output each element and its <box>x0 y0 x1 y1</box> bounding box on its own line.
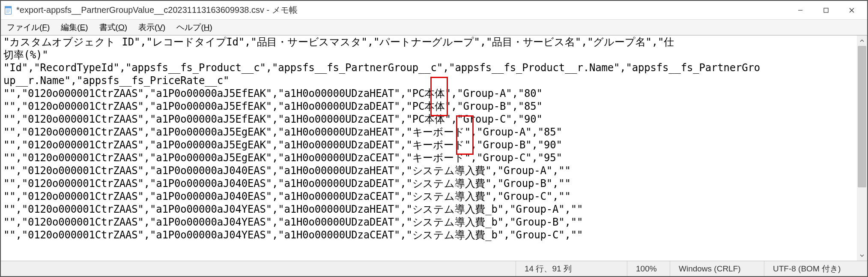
editor-area: "カスタムオブジェクト ID","レコードタイプId","品目・サービスマスタ"… <box>1 35 867 261</box>
text-content[interactable]: "カスタムオブジェクト ID","レコードタイプId","品目・サービスマスタ"… <box>1 36 857 261</box>
menu-view[interactable]: 表示(V) <box>136 21 168 34</box>
vertical-scrollbar[interactable] <box>857 36 867 261</box>
menu-format[interactable]: 書式(O) <box>97 21 130 34</box>
status-eol: Windows (CRLF) <box>670 261 764 276</box>
scroll-track[interactable] <box>857 46 867 250</box>
window-controls <box>787 1 865 19</box>
scroll-up-button[interactable] <box>857 36 867 46</box>
status-encoding: UTF-8 (BOM 付き) <box>764 261 867 276</box>
svg-rect-1 <box>5 6 12 8</box>
status-spacer <box>1 261 516 276</box>
notepad-window: *export-appsfs__PartnerGroupValue__c2023… <box>0 0 868 277</box>
svg-rect-6 <box>824 8 828 12</box>
titlebar[interactable]: *export-appsfs__PartnerGroupValue__c2023… <box>1 1 867 20</box>
menu-file[interactable]: ファイル(F) <box>4 21 52 34</box>
statusbar: 14 行、91 列 100% Windows (CRLF) UTF-8 (BOM… <box>1 261 867 276</box>
close-button[interactable] <box>839 1 865 19</box>
scroll-down-button[interactable] <box>857 250 867 261</box>
maximize-button[interactable] <box>813 1 839 19</box>
window-title: *export-appsfs__PartnerGroupValue__c2023… <box>16 4 787 16</box>
menubar: ファイル(F) 編集(E) 書式(O) 表示(V) ヘルプ(H) <box>1 20 867 35</box>
scroll-thumb[interactable] <box>858 46 866 187</box>
menu-edit[interactable]: 編集(E) <box>58 21 90 34</box>
menu-help[interactable]: ヘルプ(H) <box>174 21 215 34</box>
minimize-button[interactable] <box>787 1 813 19</box>
status-zoom: 100% <box>627 261 670 276</box>
notepad-icon <box>3 6 13 15</box>
status-position: 14 行、91 列 <box>516 261 627 276</box>
